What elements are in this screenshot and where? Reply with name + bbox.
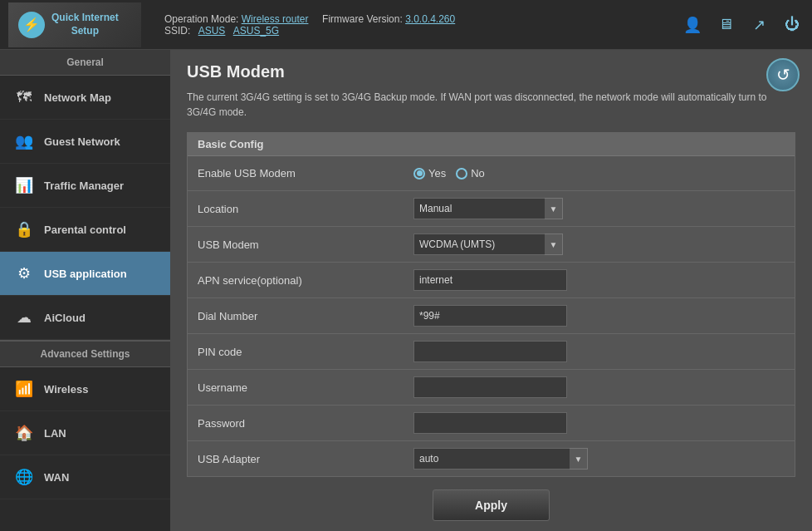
sidebar: General 🗺 Network Map 👥 Guest Network 📊 … bbox=[0, 50, 170, 531]
lan-label: LAN bbox=[44, 427, 66, 440]
usb-adapter-select-wrapper: auto ▼ bbox=[413, 448, 588, 470]
usb-adapter-label: USB Adapter bbox=[198, 453, 413, 465]
apn-input[interactable] bbox=[413, 269, 567, 291]
wan-icon: 🌐 bbox=[12, 465, 36, 489]
location-select-wrapper: Manual Auto ▼ bbox=[413, 198, 563, 219]
location-row: Location Manual Auto ▼ bbox=[188, 191, 795, 227]
top-bar-info: Operation Mode: Wireless router Firmware… bbox=[148, 13, 681, 37]
enable-radio-group: Yes No bbox=[413, 167, 485, 179]
aicloud-label: AiCloud bbox=[44, 312, 86, 324]
enable-usb-modem-label: Enable USB Modem bbox=[198, 167, 413, 179]
usb-modem-select-wrapper: WCDMA (UMTS) EVDO Other ▼ bbox=[413, 234, 563, 255]
back-button[interactable]: ↺ bbox=[766, 58, 800, 91]
apply-btn-row: Apply bbox=[187, 477, 795, 525]
enable-usb-modem-control: Yes No bbox=[413, 167, 785, 179]
page-description: The current 3G/4G setting is set to 3G/4… bbox=[187, 90, 795, 120]
pin-control bbox=[413, 341, 785, 362]
quick-setup-label: Quick Internet Setup bbox=[51, 12, 119, 37]
aicloud-icon: ☁ bbox=[12, 306, 36, 329]
password-control bbox=[413, 412, 785, 434]
guest-network-label: Guest Network bbox=[44, 135, 120, 148]
main-layout: General 🗺 Network Map 👥 Guest Network 📊 … bbox=[0, 50, 812, 531]
dial-number-label: Dial Number bbox=[198, 310, 413, 322]
enable-yes-label[interactable]: Yes bbox=[413, 167, 446, 179]
usb-application-label: USB application bbox=[44, 268, 127, 280]
sidebar-item-lan[interactable]: 🏠 LAN bbox=[0, 411, 170, 455]
pin-label: PIN code bbox=[198, 346, 413, 358]
usb-adapter-row: USB Adapter auto ▼ bbox=[188, 441, 795, 476]
sidebar-item-usb-application[interactable]: ⚙ USB application bbox=[0, 252, 170, 296]
sidebar-item-guest-network[interactable]: 👥 Guest Network bbox=[0, 120, 170, 164]
network-map-label: Network Map bbox=[44, 91, 111, 104]
location-label: Location bbox=[198, 203, 413, 215]
password-label: Password bbox=[198, 417, 413, 430]
top-bar-left: ⚡ Quick Internet Setup Operation Mode: W… bbox=[8, 2, 681, 47]
apn-row: APN service(optional) bbox=[188, 263, 795, 298]
ssid1-link[interactable]: ASUS bbox=[198, 25, 226, 37]
sidebar-item-wireless[interactable]: 📶 Wireless bbox=[0, 367, 170, 411]
dial-number-row: Dial Number bbox=[188, 298, 795, 334]
power-icon[interactable]: ⏻ bbox=[780, 13, 804, 37]
lan-icon: 🏠 bbox=[12, 421, 36, 445]
username-row: Username bbox=[188, 370, 795, 406]
ssid2-link[interactable]: ASUS_5G bbox=[233, 25, 279, 37]
sidebar-item-parental-control[interactable]: 🔒 Parental control bbox=[0, 208, 170, 252]
advanced-section-header: Advanced Settings bbox=[0, 340, 170, 367]
usb-modem-control: WCDMA (UMTS) EVDO Other ▼ bbox=[413, 234, 785, 255]
enable-usb-modem-row: Enable USB Modem Yes No bbox=[188, 156, 795, 191]
password-input[interactable] bbox=[413, 412, 567, 434]
username-control bbox=[413, 376, 785, 398]
operation-mode-link[interactable]: Wireless router bbox=[242, 13, 309, 25]
content-area: ↺ USB Modem The current 3G/4G setting is… bbox=[170, 50, 812, 531]
usb-modem-row: USB Modem WCDMA (UMTS) EVDO Other ▼ bbox=[188, 227, 795, 263]
enable-no-label[interactable]: No bbox=[456, 167, 485, 179]
top-bar-icons: 👤 🖥 ↗ ⏻ bbox=[681, 13, 804, 37]
sidebar-item-wan[interactable]: 🌐 WAN bbox=[0, 455, 170, 499]
wan-label: WAN bbox=[44, 471, 69, 484]
enable-yes-text: Yes bbox=[428, 167, 446, 179]
pin-row: PIN code bbox=[188, 334, 795, 370]
username-input[interactable] bbox=[413, 376, 567, 398]
usb-adapter-control: auto ▼ bbox=[413, 448, 785, 470]
network-map-icon: 🗺 bbox=[12, 86, 36, 109]
wireless-label: Wireless bbox=[44, 383, 88, 396]
quick-setup-icon: ⚡ bbox=[18, 12, 45, 38]
traffic-manager-label: Traffic Manager bbox=[44, 179, 124, 192]
location-control: Manual Auto ▼ bbox=[413, 198, 785, 219]
location-select[interactable]: Manual Auto bbox=[413, 198, 563, 219]
enable-no-radio[interactable] bbox=[456, 168, 467, 179]
apn-label: APN service(optional) bbox=[198, 274, 413, 287]
user-icon[interactable]: 👤 bbox=[681, 13, 704, 37]
ssid-label: SSID: bbox=[164, 25, 190, 37]
sidebar-item-traffic-manager[interactable]: 📊 Traffic Manager bbox=[0, 164, 170, 208]
pin-input[interactable] bbox=[413, 341, 567, 362]
sidebar-item-aicloud[interactable]: ☁ AiCloud bbox=[0, 296, 170, 340]
enable-yes-radio[interactable] bbox=[413, 168, 425, 179]
parental-control-label: Parental control bbox=[44, 224, 126, 236]
dial-number-input[interactable] bbox=[413, 305, 567, 327]
basic-config-section: Basic Config Enable USB Modem Yes No bbox=[187, 132, 795, 477]
network-icon[interactable]: 🖥 bbox=[714, 13, 737, 37]
usb-adapter-select[interactable]: auto bbox=[413, 448, 588, 470]
quick-setup-button[interactable]: ⚡ Quick Internet Setup bbox=[8, 2, 141, 47]
basic-config-header: Basic Config bbox=[188, 133, 795, 156]
apply-button[interactable]: Apply bbox=[433, 489, 550, 521]
usb-modem-select[interactable]: WCDMA (UMTS) EVDO Other bbox=[413, 234, 563, 255]
username-label: Username bbox=[198, 381, 413, 394]
operation-mode-label: Operation Mode: bbox=[164, 13, 238, 25]
firmware-label: Firmware Version: bbox=[322, 13, 403, 25]
general-section-header: General bbox=[0, 50, 170, 76]
sidebar-item-network-map[interactable]: 🗺 Network Map bbox=[0, 76, 170, 120]
usb-modem-field-label: USB Modem bbox=[198, 238, 413, 251]
guest-network-icon: 👥 bbox=[12, 130, 36, 153]
password-row: Password bbox=[188, 406, 795, 441]
usb-application-icon: ⚙ bbox=[12, 262, 36, 285]
parental-control-icon: 🔒 bbox=[12, 218, 36, 241]
traffic-manager-icon: 📊 bbox=[12, 174, 36, 197]
page-title: USB Modem bbox=[187, 62, 795, 81]
share-icon[interactable]: ↗ bbox=[747, 13, 770, 37]
enable-no-text: No bbox=[471, 167, 485, 179]
firmware-link[interactable]: 3.0.0.4.260 bbox=[405, 13, 455, 25]
wireless-icon: 📶 bbox=[12, 377, 36, 401]
apn-control bbox=[413, 269, 785, 291]
